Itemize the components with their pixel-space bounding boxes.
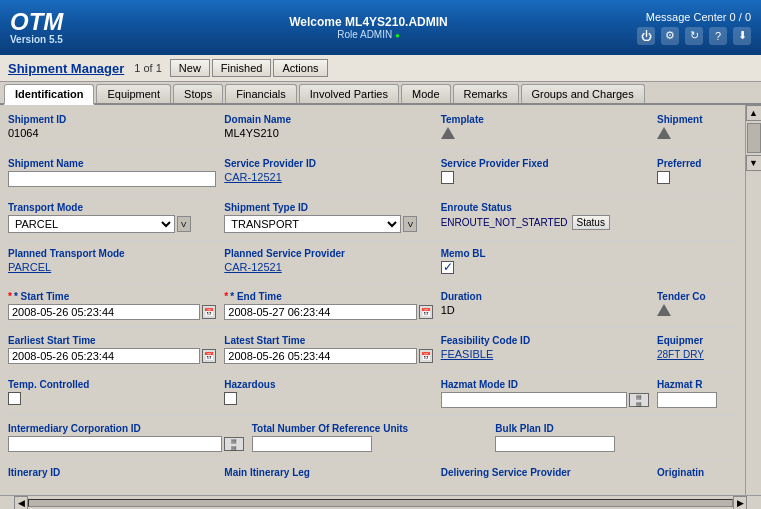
tab-groups-charges[interactable]: Groups and Charges (521, 84, 645, 103)
originating-label: Originatin (657, 467, 731, 478)
intermediary-corp-input[interactable] (8, 436, 222, 452)
hazmat-r-label: Hazmat R (657, 379, 731, 390)
delivering-service-field: Delivering Service Provider (441, 464, 655, 483)
tender-triangle-icon[interactable] (657, 304, 673, 320)
service-provider-fixed-checkbox[interactable] (441, 171, 454, 184)
latest-start-calendar-icon[interactable]: 📅 (419, 349, 433, 363)
transport-mode-label: Transport Mode (8, 202, 216, 213)
hazardous-field: Hazardous (224, 376, 438, 411)
end-time-calendar-icon[interactable]: 📅 (419, 305, 433, 319)
hazmat-mode-lookup-icon[interactable]: ▤ ▤ (629, 393, 649, 407)
hazardous-checkbox[interactable] (224, 392, 237, 405)
header-center: Welcome ML4YS210.ADMIN Role ADMIN ● (100, 15, 637, 40)
scroll-up-btn[interactable]: ▲ (746, 105, 762, 121)
equipment-label: Equipmer (657, 335, 731, 346)
planned-transport-link[interactable]: PARCEL (8, 261, 51, 273)
transport-mode-v-btn[interactable]: V (177, 216, 191, 232)
status-button[interactable]: Status (572, 215, 610, 230)
service-provider-id-field: Service Provider ID CAR-12521 (224, 155, 438, 190)
row-transport-mode: Transport Mode PARCEL V Shipment Type ID… (8, 199, 737, 241)
latest-start-input-wrapper: 📅 (224, 348, 432, 364)
settings-icon[interactable]: ⚙ (661, 27, 679, 45)
hazardous-label: Hazardous (224, 379, 432, 390)
template-triangle-icon[interactable] (441, 127, 457, 143)
hazmat-r-input[interactable] (657, 392, 717, 408)
help-icon[interactable]: ? (709, 27, 727, 45)
actions-button[interactable]: Actions (273, 59, 327, 77)
shipment-name-field: Shipment Name (8, 155, 222, 190)
shipment-type-v-btn[interactable]: V (403, 216, 417, 232)
row-start-time: * * Start Time 📅 * * End Time 📅 (8, 288, 737, 328)
shipment-type-select[interactable]: TRANSPORT (224, 215, 401, 233)
equipment-link[interactable]: 28FT DRY (657, 349, 704, 360)
delivering-service-label: Delivering Service Provider (441, 467, 649, 478)
temp-controlled-checkbox[interactable] (8, 392, 21, 405)
row-temp-controlled: Temp. Controlled Hazardous Hazmat Mode I… (8, 376, 737, 416)
row-itinerary: Itinerary ID Main Itinerary Leg Deliveri… (8, 464, 737, 487)
service-provider-id-link[interactable]: CAR-12521 (224, 171, 281, 183)
shipment-type-label: Shipment Type ID (224, 202, 432, 213)
tab-mode[interactable]: Mode (401, 84, 451, 103)
new-button[interactable]: New (170, 59, 210, 77)
shipment-type-field: Shipment Type ID TRANSPORT V (224, 199, 438, 236)
scroll-down-btn[interactable]: ▼ (746, 155, 762, 171)
scroll-thumb[interactable] (747, 123, 761, 153)
itinerary-id-field: Itinerary ID (8, 464, 222, 483)
tab-involved-parties[interactable]: Involved Parties (299, 84, 399, 103)
shipment-id-field: Shipment ID 01064 (8, 111, 222, 146)
feasibility-link[interactable]: FEASIBLE (441, 348, 494, 360)
shipment-triangle-icon[interactable] (657, 127, 673, 143)
total-ref-units-field: Total Number Of Reference Units (252, 420, 494, 455)
tab-identification[interactable]: Identification (4, 84, 94, 105)
row-shipment-name: Shipment Name Service Provider ID CAR-12… (8, 155, 737, 195)
end-time-input[interactable] (224, 304, 416, 320)
planned-service-provider-link[interactable]: CAR-12521 (224, 261, 281, 273)
shipment-name-input[interactable] (8, 171, 216, 187)
preferred-checkbox[interactable] (657, 171, 670, 184)
duration-label: Duration (441, 291, 649, 302)
down-icon[interactable]: ⬇ (733, 27, 751, 45)
originating-field: Originatin (657, 464, 737, 483)
earliest-start-input-wrapper: 📅 (8, 348, 216, 364)
empty-field-1 (657, 199, 737, 236)
service-provider-fixed-label: Service Provider Fixed (441, 158, 649, 169)
header: OTM Version 5.5 Welcome ML4YS210.ADMIN R… (0, 0, 761, 55)
latest-start-label: Latest Start Time (224, 335, 432, 346)
intermediary-corp-lookup-icon[interactable]: ▤ ▤ (224, 437, 244, 451)
scroll-right-btn[interactable]: ▶ (733, 496, 747, 510)
earliest-start-input[interactable] (8, 348, 200, 364)
service-provider-fixed-field: Service Provider Fixed (441, 155, 655, 190)
power-icon[interactable]: ⏻ (637, 27, 655, 45)
tab-equipment[interactable]: Equipment (96, 84, 171, 103)
scroll-track[interactable] (28, 499, 733, 507)
form-content: Shipment ID 01064 Domain Name ML4YS210 T… (0, 105, 745, 495)
tab-remarks[interactable]: Remarks (453, 84, 519, 103)
start-time-calendar-icon[interactable]: 📅 (202, 305, 216, 319)
hazmat-mode-input[interactable] (441, 392, 627, 408)
earliest-start-calendar-icon[interactable]: 📅 (202, 349, 216, 363)
bulk-plan-input[interactable] (495, 436, 615, 452)
finished-button[interactable]: Finished (212, 59, 272, 77)
start-time-label: * * Start Time (8, 291, 216, 302)
tabs-container: Identification Equipment Stops Financial… (0, 82, 761, 105)
app-window: OTM Version 5.5 Welcome ML4YS210.ADMIN R… (0, 0, 761, 509)
shipment-manager-link[interactable]: Shipment Manager (8, 61, 124, 76)
memo-bl-field: Memo BL (441, 245, 655, 279)
bulk-plan-label: Bulk Plan ID (495, 423, 731, 434)
transport-mode-select[interactable]: PARCEL (8, 215, 175, 233)
transport-mode-field: Transport Mode PARCEL V (8, 199, 222, 236)
tab-financials[interactable]: Financials (225, 84, 297, 103)
scroll-left-btn[interactable]: ◀ (14, 496, 28, 510)
row-planned-transport: Planned Transport Mode PARCEL Planned Se… (8, 245, 737, 284)
latest-start-input[interactable] (224, 348, 416, 364)
refresh-icon[interactable]: ↻ (685, 27, 703, 45)
total-ref-units-label: Total Number Of Reference Units (252, 423, 488, 434)
planned-service-provider-field: Planned Service Provider CAR-12521 (224, 245, 438, 279)
earliest-start-label: Earliest Start Time (8, 335, 216, 346)
role-text: Role ADMIN ● (100, 29, 637, 40)
total-ref-units-input[interactable] (252, 436, 372, 452)
start-time-input[interactable] (8, 304, 200, 320)
tab-stops[interactable]: Stops (173, 84, 223, 103)
memo-bl-checkbox[interactable] (441, 261, 454, 274)
shipment-name-label: Shipment Name (8, 158, 216, 169)
